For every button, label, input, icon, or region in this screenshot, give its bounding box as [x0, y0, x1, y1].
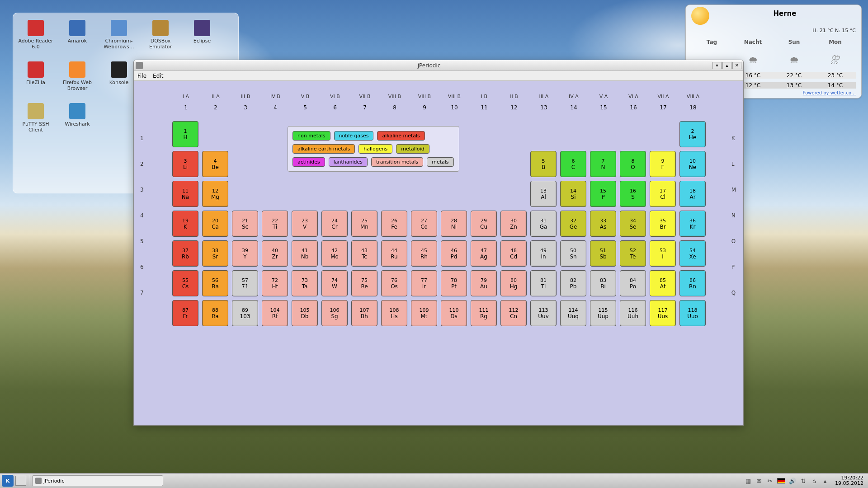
element-Y[interactable]: 39Y: [232, 240, 258, 267]
element-K[interactable]: 19K: [172, 211, 198, 237]
element-Rg[interactable]: 111Rg: [471, 300, 497, 326]
element-Mt[interactable]: 109Mt: [411, 300, 437, 326]
element-Uuh[interactable]: 116Uuh: [620, 300, 646, 326]
desktop-icon[interactable]: Chromium-Webbrows…: [99, 17, 139, 58]
titlebar[interactable]: jPeriodic ▾ ▴ ✕: [134, 60, 743, 71]
element-Ga[interactable]: 31Ga: [530, 211, 557, 237]
element-Co[interactable]: 27Co: [411, 211, 437, 237]
element-Fe[interactable]: 26Fe: [381, 211, 407, 237]
desktop-icon[interactable]: Wireshark: [57, 100, 98, 141]
taskbar-entry-jperiodic[interactable]: jPeriodic: [32, 475, 163, 486]
element-P[interactable]: 15P: [590, 181, 616, 207]
tray-mail-icon[interactable]: ✉: [755, 477, 763, 484]
element-Al[interactable]: 13Al: [530, 181, 557, 207]
element-Kr[interactable]: 36Kr: [679, 211, 706, 237]
desktop-icon[interactable]: Eclipse: [182, 17, 222, 58]
element-Be[interactable]: 4Be: [202, 151, 228, 177]
element-As[interactable]: 33As: [590, 211, 616, 237]
element-Ir[interactable]: 77Ir: [411, 270, 437, 296]
clock[interactable]: 19:20:22 19.05.2012: [832, 475, 863, 486]
element-V[interactable]: 23V: [292, 211, 318, 237]
element-Ti[interactable]: 22Ti: [262, 211, 288, 237]
element-Bh[interactable]: 107Bh: [351, 300, 377, 326]
desktop-icon[interactable]: Firefox Web Browser: [57, 59, 98, 99]
element-Sc[interactable]: 21Sc: [232, 211, 258, 237]
element-Ni[interactable]: 28Ni: [441, 211, 467, 237]
tray-volume-icon[interactable]: 🔊: [789, 477, 796, 484]
element-Ne[interactable]: 10Ne: [679, 151, 706, 177]
element-Te[interactable]: 52Te: [620, 240, 646, 267]
element-Ra[interactable]: 88Ra: [202, 300, 228, 326]
element-Hs[interactable]: 108Hs: [381, 300, 407, 326]
element-I[interactable]: 53I: [650, 240, 676, 267]
menu-edit[interactable]: Edit: [153, 73, 163, 79]
element-Hg[interactable]: 80Hg: [500, 270, 527, 296]
element-Uuv[interactable]: 113Uuv: [530, 300, 557, 326]
element-Fr[interactable]: 87Fr: [172, 300, 198, 326]
element-71[interactable]: 5771: [232, 270, 258, 296]
element-Zr[interactable]: 40Zr: [262, 240, 288, 267]
element-Rf[interactable]: 104Rf: [262, 300, 288, 326]
element-Os[interactable]: 76Os: [381, 270, 407, 296]
element-Ca[interactable]: 20Ca: [202, 211, 228, 237]
element-Uuo[interactable]: 118Uuo: [679, 300, 706, 326]
element-Db[interactable]: 105Db: [292, 300, 318, 326]
element-Ge[interactable]: 32Ge: [560, 211, 586, 237]
element-Li[interactable]: 3Li: [172, 151, 198, 177]
element-Uup[interactable]: 115Uup: [590, 300, 616, 326]
tray-clipboard-icon[interactable]: ✂: [766, 477, 774, 484]
element-Bi[interactable]: 83Bi: [590, 270, 616, 296]
element-Re[interactable]: 75Re: [351, 270, 377, 296]
desktop-icon[interactable]: Adobe Reader 6.0: [15, 17, 56, 58]
element-Pd[interactable]: 46Pd: [441, 240, 467, 267]
maximize-button[interactable]: ▴: [722, 62, 731, 69]
element-Cs[interactable]: 55Cs: [172, 270, 198, 296]
element-Br[interactable]: 35Br: [650, 211, 676, 237]
element-Uuq[interactable]: 114Uuq: [560, 300, 586, 326]
element-Ta[interactable]: 73Ta: [292, 270, 318, 296]
element-Rn[interactable]: 86Rn: [679, 270, 706, 296]
element-B[interactable]: 5B: [530, 151, 557, 177]
element-Ba[interactable]: 56Ba: [202, 270, 228, 296]
close-button[interactable]: ✕: [732, 62, 741, 69]
element-Sn[interactable]: 50Sn: [560, 240, 586, 267]
element-Au[interactable]: 79Au: [471, 270, 497, 296]
element-Nb[interactable]: 41Nb: [292, 240, 318, 267]
element-Xe[interactable]: 54Xe: [679, 240, 706, 267]
element-N[interactable]: 7N: [590, 151, 616, 177]
desktop-icon[interactable]: PuTTY SSH Client: [15, 100, 56, 141]
kde-start-button[interactable]: K: [2, 475, 14, 487]
desktop-icon[interactable]: FileZilla: [15, 59, 56, 99]
element-Se[interactable]: 34Se: [620, 211, 646, 237]
element-Tl[interactable]: 81Tl: [530, 270, 557, 296]
element-At[interactable]: 85At: [650, 270, 676, 296]
element-Cu[interactable]: 29Cu: [471, 211, 497, 237]
element-Pt[interactable]: 78Pt: [441, 270, 467, 296]
element-Ds[interactable]: 110Ds: [441, 300, 467, 326]
element-Zn[interactable]: 30Zn: [500, 211, 527, 237]
element-Na[interactable]: 11Na: [172, 181, 198, 207]
element-Cd[interactable]: 48Cd: [500, 240, 527, 267]
element-Cn[interactable]: 112Cn: [500, 300, 527, 326]
element-Pb[interactable]: 82Pb: [560, 270, 586, 296]
desktop-icon[interactable]: DOSBox Emulator: [140, 17, 181, 58]
element-Sb[interactable]: 51Sb: [590, 240, 616, 267]
element-Sg[interactable]: 106Sg: [321, 300, 348, 326]
element-Tc[interactable]: 43Tc: [351, 240, 377, 267]
element-Mg[interactable]: 12Mg: [202, 181, 228, 207]
tray-device-icon[interactable]: ⌂: [811, 477, 818, 484]
element-C[interactable]: 6C: [560, 151, 586, 177]
desktop-icon[interactable]: Amarok: [57, 17, 98, 58]
element-Cl[interactable]: 17Cl: [650, 181, 676, 207]
element-W[interactable]: 74W: [321, 270, 348, 296]
tray-keyboard-de-icon[interactable]: [777, 478, 785, 483]
element-Si[interactable]: 14Si: [560, 181, 586, 207]
element-Mo[interactable]: 42Mo: [321, 240, 348, 267]
element-Hf[interactable]: 72Hf: [262, 270, 288, 296]
element-Ar[interactable]: 18Ar: [679, 181, 706, 207]
element-O[interactable]: 8O: [620, 151, 646, 177]
element-Ru[interactable]: 44Ru: [381, 240, 407, 267]
element-Cr[interactable]: 24Cr: [321, 211, 348, 237]
element-Rh[interactable]: 45Rh: [411, 240, 437, 267]
tray-activity-icon[interactable]: ▦: [745, 477, 752, 484]
